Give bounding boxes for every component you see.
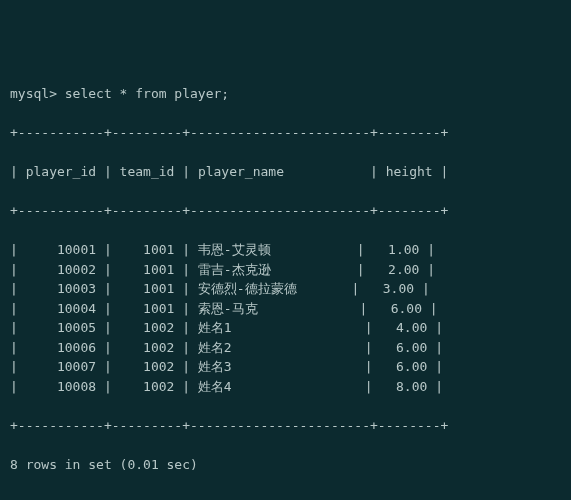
table1-border-top: +-----------+---------+-----------------… xyxy=(10,123,561,143)
th-height: height xyxy=(386,164,433,179)
table1-border-mid: +-----------+---------+-----------------… xyxy=(10,201,561,221)
th-player-name: player_name xyxy=(198,164,284,179)
th-team-id: team_id xyxy=(120,164,175,179)
query-1: select * from player; xyxy=(65,86,229,101)
blank-1 xyxy=(10,494,561,501)
table-row: | 10001 | 1001 | 韦恩-艾灵顿 | 1.00 | xyxy=(10,240,561,260)
th-player-id: player_id xyxy=(26,164,96,179)
table-row: | 10008 | 1002 | 姓名4 | 8.00 | xyxy=(10,377,561,397)
table1-border-bot: +-----------+---------+-----------------… xyxy=(10,416,561,436)
table1-header: | player_id | team_id | player_name | he… xyxy=(10,162,561,182)
table-row: | 10002 | 1001 | 雷吉-杰克逊 | 2.00 | xyxy=(10,260,561,280)
prompt-line-1: mysql> select * from player; xyxy=(10,84,561,104)
table-row: | 10003 | 1001 | 安德烈-德拉蒙德 | 3.00 | xyxy=(10,279,561,299)
table-row: | 10005 | 1002 | 姓名1 | 4.00 | xyxy=(10,318,561,338)
mysql-prompt: mysql> xyxy=(10,86,57,101)
table-row: | 10007 | 1002 | 姓名3 | 6.00 | xyxy=(10,357,561,377)
table-row: | 10006 | 1002 | 姓名2 | 6.00 | xyxy=(10,338,561,358)
table-row: | 10004 | 1001 | 索恩-马克 | 6.00 | xyxy=(10,299,561,319)
table1-summary: 8 rows in set (0.01 sec) xyxy=(10,455,561,475)
